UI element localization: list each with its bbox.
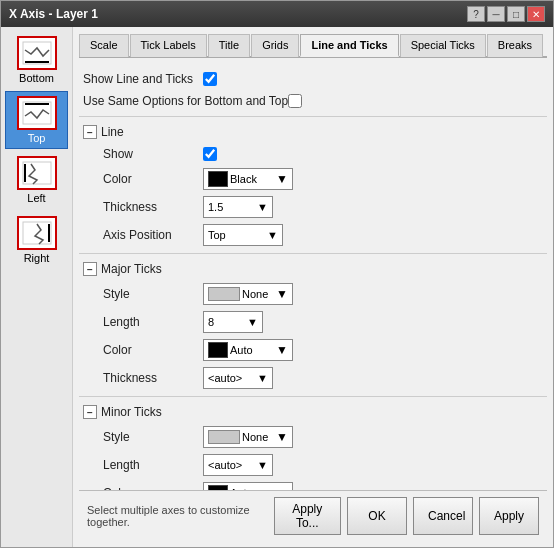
- panel-body: Show Line and Ticks Use Same Options for…: [79, 64, 547, 490]
- axis-position-row: Axis Position Top ▼: [79, 221, 547, 249]
- top-label: Top: [28, 132, 46, 144]
- sidebar-item-right[interactable]: Right: [5, 211, 68, 269]
- titlebar-buttons: ? ─ □ ✕: [467, 6, 545, 22]
- major-style-dropdown[interactable]: None ▼: [203, 283, 293, 305]
- use-same-options-row: Use Same Options for Bottom and Top: [79, 90, 547, 112]
- tab-grids[interactable]: Grids: [251, 34, 299, 57]
- major-style-row: Style None ▼: [79, 280, 547, 308]
- major-color-swatch: [208, 342, 228, 358]
- status-text: Select multiple axes to customize togeth…: [87, 504, 274, 528]
- major-thickness-value: <auto>: [208, 372, 242, 384]
- content-area: Bottom Top: [1, 27, 553, 547]
- tab-special-ticks[interactable]: Special Ticks: [400, 34, 486, 57]
- show-row: Show: [79, 143, 547, 165]
- major-length-value: 8: [208, 316, 214, 328]
- ok-button[interactable]: OK: [347, 497, 407, 535]
- line-section-toggle[interactable]: −: [83, 125, 97, 139]
- line-section-label: Line: [101, 125, 124, 139]
- apply-to-button[interactable]: Apply To...: [274, 497, 341, 535]
- show-line-ticks-row: Show Line and Ticks: [79, 68, 547, 90]
- major-color-arrow-icon: ▼: [276, 343, 288, 357]
- bottom-bar: Select multiple axes to customize togeth…: [79, 490, 547, 541]
- color-arrow-icon: ▼: [276, 172, 288, 186]
- color-label: Color: [83, 172, 203, 186]
- titlebar: X Axis - Layer 1 ? ─ □ ✕: [1, 1, 553, 27]
- use-same-options-label: Use Same Options for Bottom and Top: [83, 94, 288, 108]
- use-same-options-checkbox[interactable]: [288, 94, 302, 108]
- cancel-button[interactable]: Cancel: [413, 497, 473, 535]
- minor-color-row: Color Auto ▼: [79, 479, 547, 490]
- major-style-arrow-icon: ▼: [276, 287, 288, 301]
- line-section-header: − Line: [79, 121, 547, 143]
- major-color-label: Color: [83, 343, 203, 357]
- thickness-arrow-icon: ▼: [257, 201, 268, 213]
- close-button[interactable]: ✕: [527, 6, 545, 22]
- show-line-ticks-checkbox[interactable]: [203, 72, 217, 86]
- main-window: X Axis - Layer 1 ? ─ □ ✕ Bottom: [0, 0, 554, 548]
- major-thickness-arrow-icon: ▼: [257, 372, 268, 384]
- show-checkbox[interactable]: [203, 147, 217, 161]
- axis-position-label: Axis Position: [83, 228, 203, 242]
- minor-style-value: None: [242, 431, 276, 443]
- major-thickness-row: Thickness <auto> ▼: [79, 364, 547, 392]
- button-row: Apply To... OK Cancel Apply: [274, 497, 539, 535]
- minor-length-dropdown[interactable]: <auto> ▼: [203, 454, 273, 476]
- minor-style-row: Style None ▼: [79, 423, 547, 451]
- minor-style-label: Style: [83, 430, 203, 444]
- major-length-row: Length 8 ▼: [79, 308, 547, 336]
- major-color-dropdown[interactable]: Auto ▼: [203, 339, 293, 361]
- major-color-row: Color Auto ▼: [79, 336, 547, 364]
- tab-tick-labels[interactable]: Tick Labels: [130, 34, 207, 57]
- minor-length-label: Length: [83, 458, 203, 472]
- show-label: Show: [83, 147, 203, 161]
- major-length-arrow-icon: ▼: [247, 316, 258, 328]
- minor-ticks-section-header: − Minor Ticks: [79, 401, 547, 423]
- major-color-value: Auto: [230, 344, 276, 356]
- minor-style-dropdown[interactable]: None ▼: [203, 426, 293, 448]
- maximize-button[interactable]: □: [507, 6, 525, 22]
- major-style-value: None: [242, 288, 276, 300]
- tab-line-and-ticks[interactable]: Line and Ticks: [300, 34, 398, 57]
- bottom-label: Bottom: [19, 72, 54, 84]
- minor-none-swatch: [208, 430, 240, 444]
- minor-length-row: Length <auto> ▼: [79, 451, 547, 479]
- thickness-row: Thickness 1.5 ▼: [79, 193, 547, 221]
- top-axis-icon: [17, 96, 57, 130]
- axis-position-arrow-icon: ▼: [267, 229, 278, 241]
- thickness-value: 1.5: [208, 201, 223, 213]
- minor-ticks-toggle[interactable]: −: [83, 405, 97, 419]
- minimize-button[interactable]: ─: [487, 6, 505, 22]
- tab-breaks[interactable]: Breaks: [487, 34, 543, 57]
- sidebar-item-bottom[interactable]: Bottom: [5, 31, 68, 89]
- show-line-ticks-label: Show Line and Ticks: [83, 72, 203, 86]
- tab-bar: Scale Tick Labels Title Grids Line and T…: [79, 33, 547, 58]
- minor-color-dropdown[interactable]: Auto ▼: [203, 482, 293, 490]
- minor-style-arrow-icon: ▼: [276, 430, 288, 444]
- left-axis-icon: [17, 156, 57, 190]
- tab-title[interactable]: Title: [208, 34, 250, 57]
- color-dropdown[interactable]: Black ▼: [203, 168, 293, 190]
- apply-button[interactable]: Apply: [479, 497, 539, 535]
- sidebar: Bottom Top: [1, 27, 73, 547]
- sidebar-item-left[interactable]: Left: [5, 151, 68, 209]
- thickness-dropdown[interactable]: 1.5 ▼: [203, 196, 273, 218]
- color-swatch: [208, 171, 228, 187]
- left-label: Left: [27, 192, 45, 204]
- major-length-label: Length: [83, 315, 203, 329]
- right-label: Right: [24, 252, 50, 264]
- thickness-label: Thickness: [83, 200, 203, 214]
- sidebar-item-top[interactable]: Top: [5, 91, 68, 149]
- major-style-label: Style: [83, 287, 203, 301]
- help-button[interactable]: ?: [467, 6, 485, 22]
- color-value: Black: [230, 173, 276, 185]
- axis-position-dropdown[interactable]: Top ▼: [203, 224, 283, 246]
- right-axis-icon: [17, 216, 57, 250]
- major-ticks-section-header: − Major Ticks: [79, 258, 547, 280]
- main-panel: Scale Tick Labels Title Grids Line and T…: [73, 27, 553, 547]
- tab-scale[interactable]: Scale: [79, 34, 129, 57]
- major-length-dropdown[interactable]: 8 ▼: [203, 311, 263, 333]
- minor-length-arrow-icon: ▼: [257, 459, 268, 471]
- major-thickness-dropdown[interactable]: <auto> ▼: [203, 367, 273, 389]
- none-swatch: [208, 287, 240, 301]
- major-ticks-toggle[interactable]: −: [83, 262, 97, 276]
